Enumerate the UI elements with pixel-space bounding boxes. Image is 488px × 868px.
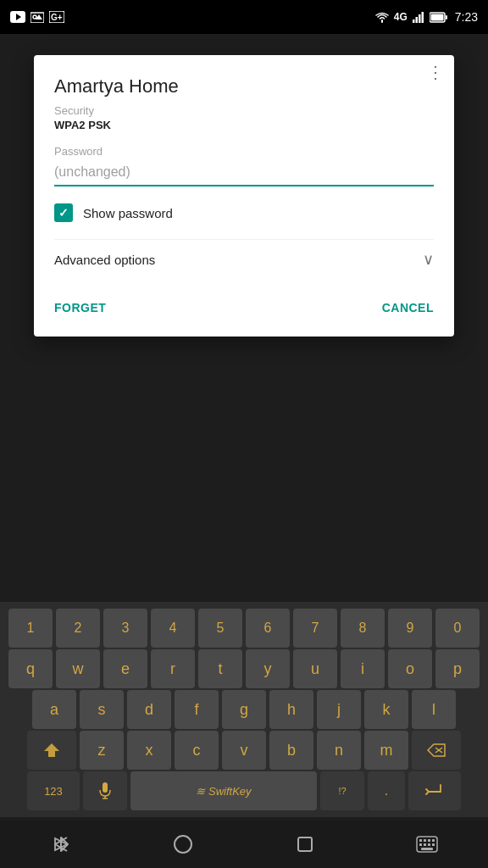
svg-rect-11 xyxy=(446,15,447,19)
key-q[interactable]: q xyxy=(8,649,53,688)
key-y[interactable]: y xyxy=(246,649,290,688)
key-3[interactable]: 3 xyxy=(103,609,147,648)
key-7[interactable]: 7 xyxy=(293,609,337,648)
key-r[interactable]: r xyxy=(151,649,195,688)
key-m[interactable]: m xyxy=(364,731,408,770)
key-p[interactable]: p xyxy=(435,649,480,688)
keyboard-qwerty-row: q w e r t y u i o p xyxy=(3,649,485,688)
key-4[interactable]: 4 xyxy=(151,609,195,648)
key-8[interactable]: 8 xyxy=(341,609,385,648)
keyboard-toggle-button[interactable] xyxy=(402,827,452,861)
svg-marker-13 xyxy=(44,743,59,757)
svg-rect-26 xyxy=(424,839,426,842)
svg-rect-32 xyxy=(432,843,435,846)
battery-icon xyxy=(430,12,448,23)
security-value: WPA2 PSK xyxy=(54,119,434,131)
clock: 7:23 xyxy=(455,10,478,24)
keyboard-asdf-row: a s d f g h j k l xyxy=(3,690,485,729)
key-o[interactable]: o xyxy=(388,649,432,688)
svg-rect-29 xyxy=(419,843,422,846)
numbers-key[interactable]: 123 xyxy=(27,771,80,810)
key-n[interactable]: n xyxy=(317,731,361,770)
key-9[interactable]: 9 xyxy=(388,609,432,648)
key-s[interactable]: s xyxy=(80,690,124,729)
status-bar-right: 4G 7:23 xyxy=(375,10,478,24)
svg-rect-33 xyxy=(421,848,433,850)
mic-key[interactable] xyxy=(83,771,127,810)
svg-point-22 xyxy=(175,836,191,853)
svg-rect-28 xyxy=(432,839,435,842)
key-5[interactable]: 5 xyxy=(198,609,242,648)
key-t[interactable]: t xyxy=(198,649,242,688)
show-password-label: Show password xyxy=(83,206,173,220)
signal-icon xyxy=(413,12,424,23)
swiftkey-space-key[interactable]: ≋ SwiftKey xyxy=(130,771,317,810)
swiftkey-logo: ≋ SwiftKey xyxy=(196,785,251,798)
network-type: 4G xyxy=(394,11,408,23)
status-bar: G+ 4G 7:23 xyxy=(0,0,488,34)
recent-button[interactable] xyxy=(280,827,330,861)
enter-key[interactable] xyxy=(408,771,461,810)
shift-key[interactable] xyxy=(27,731,76,770)
key-i[interactable]: i xyxy=(341,649,385,688)
key-j[interactable]: j xyxy=(317,690,361,729)
svg-rect-31 xyxy=(428,843,430,846)
nav-bar xyxy=(0,821,488,868)
dialog-title: Amartya Home xyxy=(54,75,434,97)
key-c[interactable]: c xyxy=(175,731,219,770)
advanced-options-label: Advanced options xyxy=(54,253,155,267)
keyboard: 1 2 3 4 5 6 7 8 9 0 q w e r t y u i o p … xyxy=(0,602,488,817)
dialog-actions: FORGET CANCEL xyxy=(54,286,434,323)
photo-icon xyxy=(30,11,44,23)
punctuation-key[interactable]: !? xyxy=(320,771,364,810)
key-1[interactable]: 1 xyxy=(8,609,53,648)
key-f[interactable]: f xyxy=(175,690,219,729)
period-key[interactable]: . xyxy=(368,771,405,810)
checkmark-icon: ✓ xyxy=(58,206,69,220)
key-b[interactable]: b xyxy=(269,731,313,770)
security-label: Security xyxy=(54,104,434,117)
svg-rect-27 xyxy=(428,839,430,842)
key-h[interactable]: h xyxy=(269,690,313,729)
svg-rect-6 xyxy=(413,19,415,23)
key-0[interactable]: 0 xyxy=(435,609,480,648)
home-button[interactable] xyxy=(158,827,208,861)
password-label: Password xyxy=(54,145,434,158)
key-w[interactable]: w xyxy=(56,649,100,688)
svg-rect-23 xyxy=(298,837,312,851)
svg-text:G+: G+ xyxy=(51,13,63,22)
show-password-checkbox[interactable]: ✓ xyxy=(54,203,73,222)
forget-button[interactable]: FORGET xyxy=(54,292,106,323)
key-6[interactable]: 6 xyxy=(246,609,290,648)
advanced-options-row[interactable]: Advanced options ∨ xyxy=(54,239,434,279)
key-g[interactable]: g xyxy=(222,690,266,729)
svg-rect-7 xyxy=(415,17,418,23)
cancel-button[interactable]: CANCEL xyxy=(382,292,434,323)
backspace-key[interactable] xyxy=(412,731,461,770)
key-k[interactable]: k xyxy=(364,690,408,729)
svg-point-3 xyxy=(33,15,36,19)
wifi-dialog: Amartya Home Security WPA2 PSK Password … xyxy=(34,55,454,337)
dialog-more-button[interactable]: ⋮ xyxy=(420,55,451,89)
youtube-icon xyxy=(10,11,25,23)
svg-rect-12 xyxy=(430,14,443,20)
key-z[interactable]: z xyxy=(80,731,124,770)
key-l[interactable]: l xyxy=(412,690,456,729)
svg-rect-25 xyxy=(419,839,422,842)
key-a[interactable]: a xyxy=(32,690,76,729)
key-v[interactable]: v xyxy=(222,731,266,770)
key-e[interactable]: e xyxy=(103,649,147,688)
keyboard-number-row: 1 2 3 4 5 6 7 8 9 0 xyxy=(3,609,485,648)
svg-rect-30 xyxy=(424,843,426,846)
back-button[interactable] xyxy=(36,827,86,861)
keyboard-zxcv-row: z x c v b n m xyxy=(3,731,485,770)
key-x[interactable]: x xyxy=(127,731,171,770)
show-password-row: ✓ Show password xyxy=(54,203,434,222)
wifi-status-icon xyxy=(375,12,389,23)
key-d[interactable]: d xyxy=(127,690,171,729)
key-u[interactable]: u xyxy=(293,649,337,688)
chevron-down-icon: ∨ xyxy=(423,250,434,269)
key-2[interactable]: 2 xyxy=(56,609,100,648)
password-input[interactable] xyxy=(54,161,434,186)
svg-rect-8 xyxy=(419,14,421,23)
